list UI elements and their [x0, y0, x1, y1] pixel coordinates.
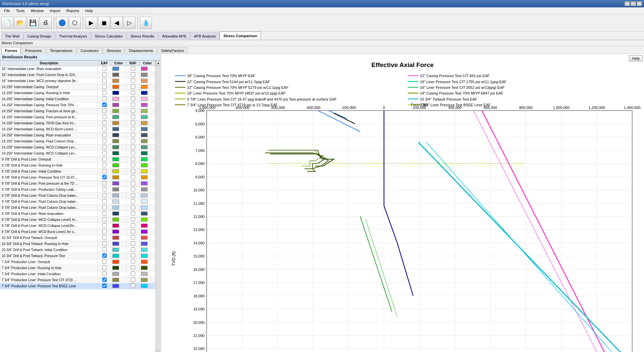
cell-raf-checkbox[interactable] — [126, 102, 140, 108]
tab-stress-results[interactable]: Stress Results — [127, 32, 158, 40]
cell-eaf-checkbox[interactable] — [98, 114, 111, 120]
cell-raf-checkbox[interactable] — [126, 283, 140, 289]
cell-eaf-checkbox[interactable] — [98, 132, 111, 138]
cell-eaf-checkbox[interactable] — [98, 283, 111, 289]
tab-thermal-analysis[interactable]: Thermal Analysis — [55, 32, 91, 40]
table-row[interactable]: 16" Intermediate Liner: Riser evacuation — [0, 66, 155, 72]
table-row[interactable]: 9 7/8" Drill & Prod Liner: Initial Condi… — [0, 169, 155, 175]
cell-eaf-checkbox[interactable] — [98, 229, 111, 235]
tab-casing-design[interactable]: Casing Design — [23, 32, 55, 40]
cell-raf-checkbox[interactable] — [126, 169, 140, 175]
table-row[interactable]: 14.150" Intermediate Casing: Pore pressu… — [0, 114, 155, 120]
cell-raf-checkbox[interactable] — [126, 187, 140, 193]
table-row[interactable]: 14.150" Intermediate Casing: WCD Burst L… — [0, 126, 155, 132]
cell-eaf-checkbox[interactable] — [98, 199, 111, 205]
cell-eaf-checkbox[interactable] — [98, 163, 111, 169]
cell-eaf-checkbox[interactable] — [98, 277, 111, 283]
subtab-forces[interactable]: Forces — [1, 47, 21, 54]
cell-raf-checkbox[interactable] — [126, 90, 140, 96]
subtab-temperatures[interactable]: Temperatures — [46, 47, 76, 54]
maximize-button[interactable]: □ — [631, 1, 636, 6]
table-row[interactable]: 7 3/4" Production Liner: Initial Conditi… — [0, 271, 155, 277]
table-row[interactable]: 9 7/8" Drill & Prod Liner: WCD Collapse … — [0, 223, 155, 229]
cell-eaf-checkbox[interactable] — [98, 193, 111, 199]
cell-raf-checkbox[interactable] — [126, 138, 140, 144]
cell-raf-checkbox[interactable] — [126, 217, 140, 223]
cell-raf-checkbox[interactable] — [126, 114, 140, 120]
menu-item-help[interactable]: Help — [83, 8, 96, 13]
menu-item-window[interactable]: Window — [28, 8, 46, 13]
table-row[interactable]: 7 3/4" Production Liner: Running In Hole — [0, 265, 155, 271]
table-row[interactable]: 9 7/8" Drill & Prod Liner: WCD Burst Lev… — [0, 229, 155, 235]
table-row[interactable]: 9 7/8" Drill & Prod Liner: Production Tu… — [0, 187, 155, 193]
cell-raf-checkbox[interactable] — [126, 181, 140, 187]
table-row[interactable]: 14.150" Intermediate Casing: WCD Collaps… — [0, 151, 155, 157]
cell-raf-checkbox[interactable] — [126, 66, 140, 72]
subtab-safetyfactors[interactable]: SafetyFactors — [158, 47, 188, 54]
table-row[interactable]: 14.150" Intermediate Casing: Initial Con… — [0, 96, 155, 102]
cell-eaf-checkbox[interactable] — [98, 235, 111, 241]
cell-eaf-checkbox[interactable] — [98, 84, 111, 90]
cell-raf-checkbox[interactable] — [126, 223, 140, 229]
cell-raf-checkbox[interactable] — [126, 205, 140, 211]
cell-eaf-checkbox[interactable] — [98, 102, 111, 108]
table-row[interactable]: 7 3/4" Production Liner: Overpull — [0, 259, 155, 265]
cell-raf-checkbox[interactable] — [126, 78, 140, 84]
cell-eaf-checkbox[interactable] — [98, 66, 111, 72]
cell-raf-checkbox[interactable] — [126, 151, 140, 157]
cell-eaf-checkbox[interactable] — [98, 247, 111, 253]
cell-raf-checkbox[interactable] — [126, 211, 140, 217]
close-button[interactable]: ✕ — [637, 1, 642, 6]
table-row[interactable]: 16" Intermediate Liner: Fluid Column Dro… — [0, 72, 155, 78]
cell-raf-checkbox[interactable] — [126, 120, 140, 126]
tool-4[interactable]: ◼ — [98, 17, 110, 29]
cell-raf-checkbox[interactable] — [126, 72, 140, 78]
table-row[interactable]: 9 7/8" Drill & Prod Liner: Riser evacuat… — [0, 211, 155, 217]
open-button[interactable]: 📂 — [14, 17, 26, 29]
cell-raf-checkbox[interactable] — [126, 241, 140, 247]
tool-7[interactable]: 💧 — [140, 17, 152, 29]
cell-eaf-checkbox[interactable] — [98, 78, 111, 84]
subtab-curvatures[interactable]: Curvatures — [77, 47, 102, 54]
table-row[interactable]: 9 7/8" Drill & Prod Liner: Pore pressure… — [0, 181, 155, 187]
tab-stress-calculator[interactable]: Stress Calculator — [91, 32, 127, 40]
table-row[interactable]: 16" Intermediate Liner: WCD primary obje… — [0, 78, 155, 84]
cell-raf-checkbox[interactable] — [126, 108, 140, 114]
subtab-stresses[interactable]: Stresses — [103, 47, 125, 54]
tab-apb-analysis[interactable]: APB Analysis — [190, 32, 219, 40]
table-row[interactable]: 9 7/8" Drill & Prod Liner: Running In Ho… — [0, 163, 155, 169]
cell-raf-checkbox[interactable] — [126, 253, 140, 259]
table-row[interactable]: 10 3/4" Drill & Prod Tieback: Initial Co… — [0, 247, 155, 253]
cell-raf-checkbox[interactable] — [126, 132, 140, 138]
cell-eaf-checkbox[interactable] — [98, 265, 111, 271]
cell-raf-checkbox[interactable] — [126, 259, 140, 265]
cell-eaf-checkbox[interactable] — [98, 205, 111, 211]
tool-3[interactable]: ▶ — [85, 17, 97, 29]
menu-item-reports[interactable]: Reports — [64, 8, 82, 13]
scroll-down-button[interactable]: ▼ — [156, 350, 161, 352]
cell-eaf-checkbox[interactable] — [98, 175, 111, 181]
tab-the-well[interactable]: The Well — [1, 32, 23, 40]
cell-eaf-checkbox[interactable] — [98, 72, 111, 78]
cell-eaf-checkbox[interactable] — [98, 217, 111, 223]
tool-5[interactable]: ◀ — [111, 17, 123, 29]
table-row[interactable]: 14.150" Intermediate Casing: Fluid Colum… — [0, 138, 155, 144]
table-row[interactable]: 7 3/4" Production Liner: Pressure Test B… — [0, 283, 155, 289]
table-row[interactable]: 14.150" Intermediate Casing: WCD Collaps… — [0, 144, 155, 151]
table-row[interactable]: 14.150" Intermediate Casing: 70/30 Gas K… — [0, 120, 155, 126]
cell-eaf-checkbox[interactable] — [98, 271, 111, 277]
cell-raf-checkbox[interactable] — [126, 175, 140, 181]
cell-eaf-checkbox[interactable] — [98, 126, 111, 132]
table-row[interactable]: 10 3/4" Drill & Prod Tieback: Running In… — [0, 241, 155, 247]
table-row[interactable]: 9 7/8" Drill & Prod Liner: Overpull — [0, 157, 155, 163]
table-row[interactable]: 14.150" Intermediate Casing: Riser evacu… — [0, 132, 155, 138]
table-row[interactable]: 9 7/8" Drill & Prod Liner: Fluid Column … — [0, 193, 155, 199]
cell-eaf-checkbox[interactable] — [98, 120, 111, 126]
subtab-pressures[interactable]: Pressures — [21, 47, 46, 54]
cell-raf-checkbox[interactable] — [126, 235, 140, 241]
menu-item-import[interactable]: Import — [47, 8, 63, 13]
save-button[interactable]: 💾 — [27, 17, 39, 29]
cell-raf-checkbox[interactable] — [126, 247, 140, 253]
cell-eaf-checkbox[interactable] — [98, 151, 111, 157]
cell-eaf-checkbox[interactable] — [98, 187, 111, 193]
